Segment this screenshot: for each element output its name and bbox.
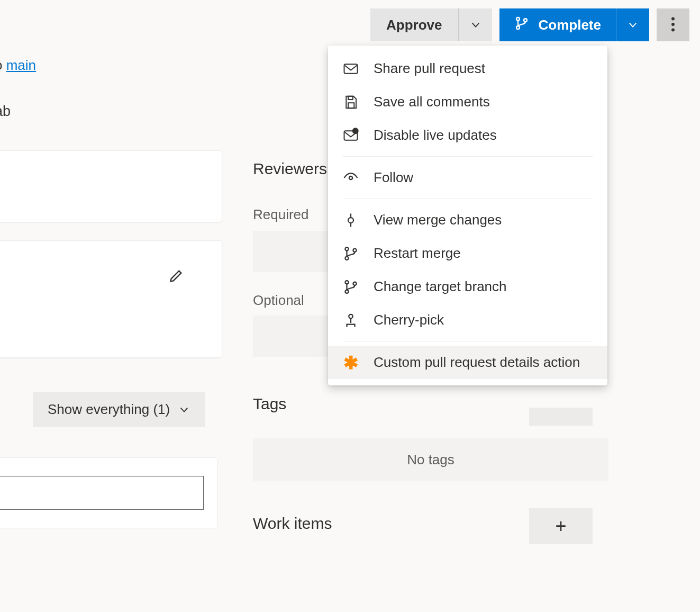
- comment-input[interactable]: [0, 476, 204, 510]
- tags-heading: Tags: [253, 395, 286, 413]
- branch-icon: [514, 16, 529, 34]
- branch-link[interactable]: main: [6, 57, 36, 73]
- svg-rect-6: [344, 64, 358, 74]
- svg-point-11: [349, 176, 352, 179]
- menu-item-label: Follow: [374, 169, 413, 186]
- optional-label: Optional: [253, 292, 304, 309]
- required-label: Required: [253, 206, 309, 223]
- eye-icon: [343, 170, 359, 186]
- reviewers-heading: Reviewers: [253, 160, 327, 178]
- menu-custom-action[interactable]: ✱ Custom pull request details action: [328, 346, 607, 379]
- menu-change-target[interactable]: Change target branch: [328, 270, 607, 303]
- menu-item-label: Save all comments: [374, 94, 490, 110]
- save-icon: [343, 94, 359, 110]
- menu-follow[interactable]: Follow: [328, 161, 607, 194]
- menu-view-merge-changes[interactable]: View merge changes: [328, 203, 607, 237]
- more-actions-button[interactable]: [657, 8, 689, 41]
- chevron-down-icon: [627, 19, 639, 31]
- menu-separator: [343, 341, 593, 341]
- svg-point-0: [516, 17, 520, 20]
- breadcrumb: o main: [0, 57, 36, 74]
- menu-share-pr[interactable]: Share pull request: [328, 52, 607, 85]
- tags-add-button[interactable]: [529, 408, 593, 426]
- menu-save-comments[interactable]: Save all comments: [328, 85, 607, 119]
- mail-icon: [343, 61, 359, 77]
- menu-item-label: Share pull request: [374, 60, 485, 77]
- no-tags-label: No tags: [407, 452, 454, 468]
- svg-point-17: [353, 248, 356, 251]
- svg-point-1: [516, 26, 520, 29]
- tags-empty-state[interactable]: No tags: [253, 438, 608, 481]
- kebab-icon: [671, 17, 675, 33]
- menu-item-label: Cherry-pick: [374, 312, 444, 328]
- svg-point-19: [345, 290, 348, 293]
- branch-icon: [343, 279, 359, 295]
- complete-button[interactable]: Complete: [499, 8, 616, 41]
- svg-point-4: [671, 23, 675, 26]
- overflow-menu: Share pull request Save all comments Dis…: [328, 46, 607, 385]
- complete-dropdown-button[interactable]: [616, 8, 649, 41]
- menu-separator: [343, 199, 593, 199]
- menu-separator: [343, 156, 593, 157]
- svg-point-12: [348, 218, 353, 223]
- svg-rect-7: [348, 96, 353, 99]
- tab-fragment: ab: [0, 103, 11, 120]
- svg-point-2: [524, 19, 527, 22]
- description-card: [0, 150, 222, 222]
- menu-item-label: Disable live updates: [374, 127, 497, 143]
- work-items-heading: Work items: [253, 515, 332, 533]
- svg-point-10: [353, 128, 358, 133]
- commit-icon: [343, 212, 359, 228]
- chevron-down-icon: [178, 404, 190, 416]
- mail-badge-icon: [343, 128, 359, 143]
- content-card: [0, 240, 222, 358]
- complete-label: Complete: [539, 17, 601, 33]
- menu-item-label: Change target branch: [374, 278, 507, 295]
- svg-point-16: [345, 256, 348, 259]
- asterisk-icon: ✱: [343, 355, 359, 371]
- svg-point-21: [349, 314, 353, 318]
- menu-restart-merge[interactable]: Restart merge: [328, 237, 607, 270]
- menu-item-label: Custom pull request details action: [374, 354, 580, 371]
- edit-button[interactable]: [168, 267, 185, 284]
- svg-point-3: [671, 17, 675, 20]
- branch-icon: [343, 246, 359, 262]
- svg-rect-8: [348, 103, 354, 108]
- svg-point-15: [345, 247, 348, 250]
- cherry-pick-icon: [343, 312, 359, 328]
- svg-point-5: [671, 28, 675, 31]
- comment-card: [0, 457, 218, 528]
- menu-cherry-pick[interactable]: Cherry-pick: [328, 303, 607, 337]
- approve-dropdown-button[interactable]: [459, 8, 492, 41]
- svg-point-18: [345, 281, 348, 284]
- svg-point-20: [353, 282, 356, 285]
- chevron-down-icon: [470, 19, 481, 31]
- menu-item-label: View merge changes: [374, 212, 502, 228]
- add-work-item-button[interactable]: +: [529, 508, 593, 544]
- menu-disable-live[interactable]: Disable live updates: [328, 119, 607, 152]
- filter-label: Show everything (1): [48, 401, 170, 418]
- menu-item-label: Restart merge: [374, 245, 461, 262]
- show-everything-filter[interactable]: Show everything (1): [33, 392, 205, 427]
- breadcrumb-text: o: [0, 57, 6, 73]
- approve-button[interactable]: Approve: [370, 8, 459, 41]
